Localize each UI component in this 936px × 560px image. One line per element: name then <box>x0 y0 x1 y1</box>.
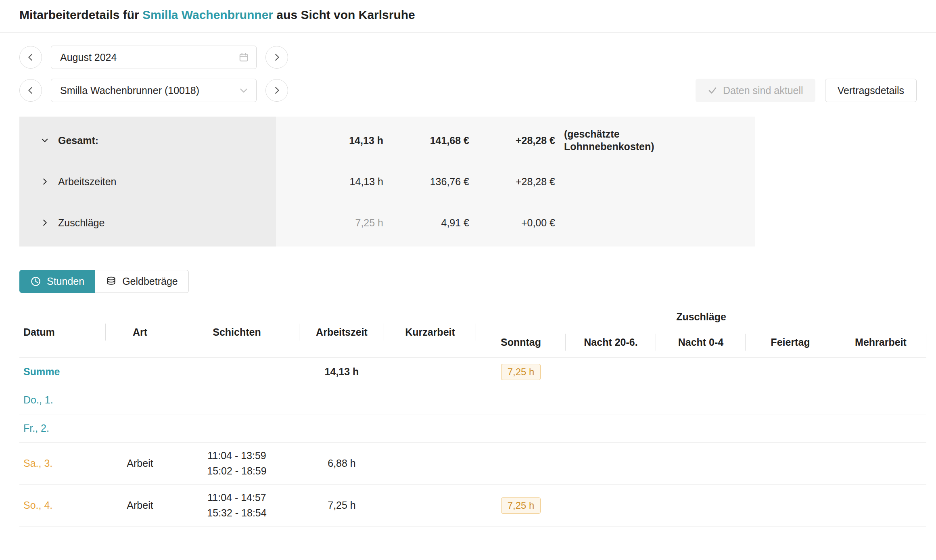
summary-zuschlaege-amount: 4,91 € <box>383 217 469 229</box>
cell-datum[interactable]: Sa., 3. <box>19 452 106 475</box>
chevron-right-icon <box>272 86 281 95</box>
chevron-right-icon[interactable] <box>40 218 49 227</box>
chevron-right-icon <box>272 53 281 62</box>
cell-mehrarbeit <box>835 423 926 434</box>
chevron-left-icon <box>26 53 35 62</box>
cell-datum[interactable]: Summe <box>19 360 106 383</box>
cell-sonntag <box>476 395 566 406</box>
contract-details-button[interactable]: Vertragsdetails <box>825 79 917 102</box>
col-header-art: Art <box>106 307 174 357</box>
summary-arbeitszeiten-amount: 136,76 € <box>383 176 469 188</box>
page-title-prefix: Mitarbeiterdetails für <box>19 8 142 21</box>
cell-arbeitszeit <box>299 395 384 406</box>
cell-nacht-20-6 <box>566 395 656 406</box>
right-actions: Daten sind aktuell Vertragsdetails <box>696 79 917 102</box>
cell-schichten <box>174 395 299 406</box>
cell-mehrarbeit <box>835 500 926 511</box>
shift-time: 11:04 - 13:59 <box>207 448 266 464</box>
summary-gesamt-extra: +28,28 € <box>469 135 555 146</box>
cell-sonntag: 7,25 h <box>476 358 566 386</box>
cell-kurzarbeit <box>384 500 476 511</box>
summary-gesamt-hours: 14,13 h <box>276 135 383 146</box>
col-header-feiertag: Feiertag <box>746 327 835 357</box>
cell-mehrarbeit <box>835 366 926 378</box>
summary-arbeitszeiten-hours: 14,13 h <box>276 176 383 188</box>
chevron-left-icon <box>26 86 35 95</box>
summary-panel: Gesamt: 14,13 h 141,68 € +28,28 € (gesch… <box>19 117 755 247</box>
cell-nacht-20-6 <box>566 366 656 378</box>
cell-datum[interactable]: So., 4. <box>19 494 106 517</box>
cell-nacht-20-6 <box>566 423 656 434</box>
month-control-row <box>19 46 917 69</box>
previous-month-button[interactable] <box>19 46 42 69</box>
cell-arbeitszeit <box>299 423 384 434</box>
summary-zuschlaege-extra: +0,00 € <box>469 217 555 229</box>
cell-nacht-0-4 <box>656 500 746 511</box>
summary-arbeitszeiten-label-cell: Arbeitszeiten <box>19 176 276 188</box>
cell-art <box>106 423 174 434</box>
coins-icon <box>106 276 117 287</box>
summary-arbeitszeiten-extra: +28,28 € <box>469 176 555 188</box>
cell-datum[interactable]: Fr., 2. <box>19 417 106 440</box>
table-row-summe: Summe 14,13 h 7,25 h <box>19 358 926 386</box>
summary-gesamt-label: Gesamt: <box>58 135 98 146</box>
table-row: Do., 1. <box>19 386 926 414</box>
cell-nacht-20-6 <box>566 458 656 469</box>
hours-table: Datum Art Schichten Arbeitszeit Kurzarbe… <box>19 307 926 527</box>
col-header-sonntag: Sonntag <box>476 327 566 357</box>
summary-row-arbeitszeiten[interactable]: Arbeitszeiten 14,13 h 136,76 € +28,28 € <box>19 161 755 202</box>
summary-row-zuschlaege[interactable]: Zuschläge 7,25 h 4,91 € +0,00 € <box>19 202 755 243</box>
cell-art: Arbeit <box>106 452 174 475</box>
data-current-button[interactable]: Daten sind aktuell <box>696 79 815 102</box>
summary-row-gesamt[interactable]: Gesamt: 14,13 h 141,68 € +28,28 € (gesch… <box>19 120 755 161</box>
calendar-icon <box>238 52 249 63</box>
cell-sonntag <box>476 458 566 469</box>
clock-icon <box>30 276 41 287</box>
cell-sonntag: 7,25 h <box>476 492 566 519</box>
cell-schichten <box>174 423 299 434</box>
cell-nacht-0-4 <box>656 395 746 406</box>
controls-section: Smilla Wachenbrunner (10018) Daten sind … <box>19 46 917 102</box>
shift-time: 15:32 - 18:54 <box>207 506 266 521</box>
cell-kurzarbeit <box>384 366 476 378</box>
cell-nacht-0-4 <box>656 423 746 434</box>
shift-time: 15:02 - 18:59 <box>207 464 266 479</box>
cell-mehrarbeit <box>835 395 926 406</box>
tab-stunden[interactable]: Stunden <box>19 270 95 293</box>
cell-art <box>106 395 174 406</box>
cell-kurzarbeit <box>384 458 476 469</box>
summary-gesamt-amount: 141,68 € <box>383 135 469 146</box>
cell-mehrarbeit <box>835 458 926 469</box>
sonntag-badge: 7,25 h <box>501 497 541 514</box>
tab-geldbetraege[interactable]: Geldbeträge <box>95 270 189 293</box>
page-title-suffix: aus Sicht von Karlsruhe <box>273 8 415 21</box>
employee-select-value: Smilla Wachenbrunner (10018) <box>60 85 234 96</box>
next-month-button[interactable] <box>265 46 288 69</box>
month-picker-input[interactable] <box>60 52 234 63</box>
chevron-right-icon[interactable] <box>40 177 49 186</box>
data-current-label: Daten sind aktuell <box>723 85 803 96</box>
cell-schichten: 11:04 - 14:57 15:32 - 18:54 <box>174 485 299 526</box>
cell-datum[interactable]: Do., 1. <box>19 389 106 412</box>
summary-zuschlaege-label-cell: Zuschläge <box>19 217 276 229</box>
chevron-down-icon <box>238 85 249 96</box>
cell-feiertag <box>746 366 835 378</box>
col-group-zuschlaege: Zuschläge <box>476 307 926 327</box>
cell-nacht-20-6 <box>566 500 656 511</box>
next-employee-button[interactable] <box>265 79 288 102</box>
summary-arbeitszeiten-label: Arbeitszeiten <box>58 176 117 188</box>
summary-gesamt-label-cell: Gesamt: <box>19 135 276 146</box>
cell-art <box>106 366 174 378</box>
employee-name-link[interactable]: Smilla Wachenbrunner <box>142 8 273 21</box>
month-picker[interactable] <box>51 46 257 69</box>
col-header-mehrarbeit: Mehrarbeit <box>835 327 926 357</box>
cell-art: Arbeit <box>106 494 174 517</box>
table-row: So., 4. Arbeit 11:04 - 14:57 15:32 - 18:… <box>19 485 926 527</box>
page-header: Mitarbeiterdetails für Smilla Wachenbrun… <box>0 0 936 33</box>
previous-employee-button[interactable] <box>19 79 42 102</box>
page-title: Mitarbeiterdetails für Smilla Wachenbrun… <box>19 8 917 22</box>
check-icon <box>708 86 717 95</box>
employee-select[interactable]: Smilla Wachenbrunner (10018) <box>51 79 257 102</box>
cell-schichten: 11:04 - 13:59 15:02 - 18:59 <box>174 443 299 484</box>
chevron-down-icon[interactable] <box>40 136 49 145</box>
